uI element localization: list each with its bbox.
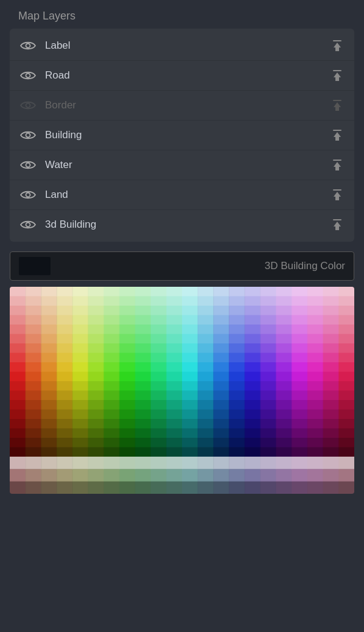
svg-point-15 bbox=[26, 193, 30, 197]
move-icon-label[interactable] bbox=[330, 38, 345, 53]
svg-rect-13 bbox=[333, 160, 341, 161]
layer-row-building[interactable]: Building bbox=[10, 121, 354, 150]
svg-point-3 bbox=[26, 74, 30, 78]
svg-point-12 bbox=[26, 163, 30, 167]
svg-rect-7 bbox=[333, 100, 341, 101]
color-canvas[interactable] bbox=[10, 287, 354, 494]
eye-icon-water[interactable] bbox=[19, 159, 37, 171]
move-icon-3d-building[interactable] bbox=[330, 217, 345, 232]
eye-icon-land[interactable] bbox=[19, 189, 37, 201]
map-layers-panel: Map Layers LabelRoadBorderBuildingWaterL… bbox=[0, 0, 364, 506]
svg-rect-19 bbox=[333, 219, 341, 220]
panel-title: Map Layers bbox=[10, 6, 354, 29]
layer-label-label: Label bbox=[45, 40, 330, 52]
move-icon-border[interactable] bbox=[330, 98, 345, 113]
eye-icon-border[interactable] bbox=[19, 99, 37, 111]
svg-point-18 bbox=[26, 223, 30, 227]
svg-point-6 bbox=[26, 104, 30, 108]
layer-row-water[interactable]: Water bbox=[10, 150, 354, 180]
eye-icon-road[interactable] bbox=[19, 69, 37, 82]
svg-marker-20 bbox=[334, 222, 341, 230]
eye-icon-3d-building[interactable] bbox=[19, 219, 37, 231]
layer-label-border: Border bbox=[45, 99, 330, 111]
layer-label-building: Building bbox=[45, 129, 330, 141]
layer-row-land[interactable]: Land bbox=[10, 180, 354, 210]
layer-label-3d-building: 3d Building bbox=[45, 219, 330, 231]
layer-row-road[interactable]: Road bbox=[10, 61, 354, 91]
layers-list: LabelRoadBorderBuildingWaterLand3d Build… bbox=[10, 29, 354, 242]
color-picker-section: 3D Building Color bbox=[10, 251, 354, 494]
svg-point-9 bbox=[26, 133, 30, 138]
svg-rect-1 bbox=[333, 40, 341, 41]
svg-marker-5 bbox=[334, 72, 341, 81]
svg-marker-14 bbox=[334, 162, 341, 170]
move-icon-land[interactable] bbox=[330, 188, 345, 202]
move-icon-water[interactable] bbox=[330, 158, 345, 172]
color-label: 3D Building Color bbox=[60, 260, 345, 272]
svg-rect-4 bbox=[333, 70, 341, 71]
svg-marker-17 bbox=[334, 192, 341, 200]
layer-label-water: Water bbox=[45, 159, 330, 171]
move-icon-road[interactable] bbox=[330, 68, 345, 83]
svg-rect-16 bbox=[333, 189, 341, 191]
layer-label-road: Road bbox=[45, 69, 330, 82]
svg-marker-11 bbox=[334, 132, 341, 141]
layer-row-3d-building[interactable]: 3d Building bbox=[10, 210, 354, 239]
eye-icon-label[interactable] bbox=[19, 40, 37, 52]
move-icon-building[interactable] bbox=[330, 128, 345, 142]
layer-label-land: Land bbox=[45, 189, 330, 201]
eye-icon-building[interactable] bbox=[19, 129, 37, 141]
layer-row-label[interactable]: Label bbox=[10, 31, 354, 61]
svg-point-0 bbox=[26, 44, 30, 48]
color-palette[interactable] bbox=[10, 287, 354, 494]
color-input-row[interactable]: 3D Building Color bbox=[10, 251, 354, 281]
svg-marker-2 bbox=[334, 43, 341, 51]
color-swatch bbox=[19, 257, 51, 275]
layer-row-border[interactable]: Border bbox=[10, 91, 354, 121]
svg-rect-10 bbox=[333, 130, 341, 131]
svg-marker-8 bbox=[334, 102, 341, 111]
